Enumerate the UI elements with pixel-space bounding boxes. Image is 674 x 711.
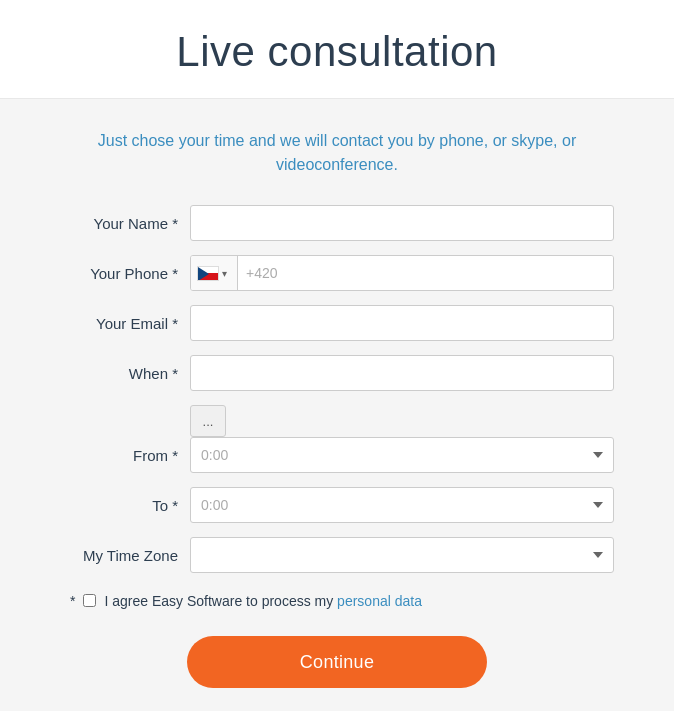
email-input[interactable] <box>190 305 614 341</box>
phone-flag-selector[interactable]: ▾ <box>191 256 238 290</box>
page-title: Live consultation <box>0 28 674 76</box>
consent-label: I agree Easy Software to process my pers… <box>104 591 422 612</box>
phone-input[interactable] <box>238 256 613 290</box>
czech-flag-icon <box>197 266 219 281</box>
page-description: Just chose your time and we will contact… <box>60 129 614 177</box>
phone-wrapper: ▾ <box>190 255 614 291</box>
name-input[interactable] <box>190 205 614 241</box>
consent-star: * <box>70 593 75 609</box>
email-label: Your Email * <box>60 315 190 332</box>
to-select[interactable]: 0:00 <box>190 487 614 523</box>
calendar-btn-group: ... <box>60 405 614 437</box>
timezone-select[interactable] <box>190 537 614 573</box>
continue-button[interactable]: Continue <box>187 636 487 688</box>
from-group: From * 0:00 <box>60 437 614 473</box>
when-label: When * <box>60 365 190 382</box>
timezone-group: My Time Zone <box>60 537 614 573</box>
when-group: When * <box>60 355 614 391</box>
consent-group: * I agree Easy Software to process my pe… <box>60 591 614 612</box>
name-group: Your Name * <box>60 205 614 241</box>
consent-checkbox[interactable] <box>83 594 96 607</box>
to-label: To * <box>60 497 190 514</box>
phone-group: Your Phone * ▾ <box>60 255 614 291</box>
calendar-button[interactable]: ... <box>190 405 226 437</box>
main-content: Just chose your time and we will contact… <box>0 99 674 711</box>
from-select[interactable]: 0:00 <box>190 437 614 473</box>
personal-data-link[interactable]: personal data <box>337 593 422 609</box>
phone-label: Your Phone * <box>60 265 190 282</box>
timezone-label: My Time Zone <box>60 547 190 564</box>
from-label: From * <box>60 447 190 464</box>
email-group: Your Email * <box>60 305 614 341</box>
page-header: Live consultation <box>0 0 674 99</box>
name-label: Your Name * <box>60 215 190 232</box>
when-input[interactable] <box>190 355 614 391</box>
to-group: To * 0:00 <box>60 487 614 523</box>
flag-dropdown-icon: ▾ <box>222 268 227 279</box>
